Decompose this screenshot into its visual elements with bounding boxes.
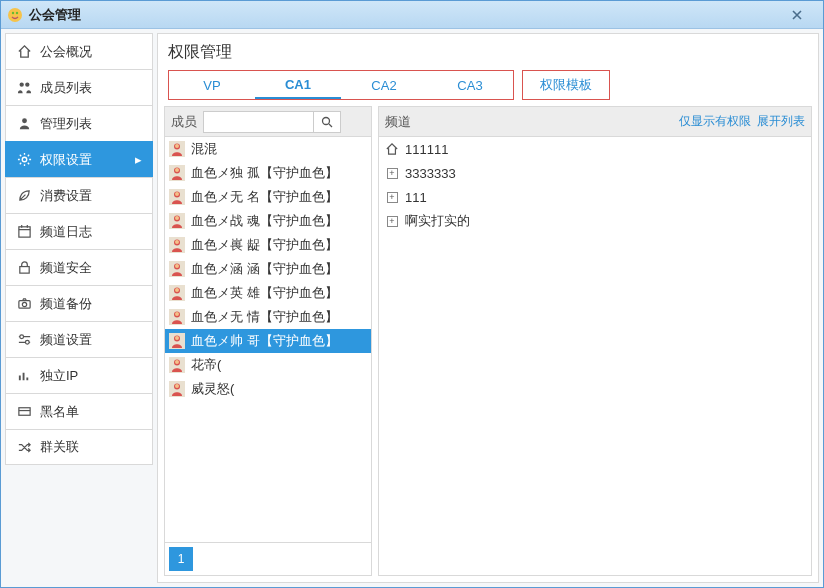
member-row[interactable]: 混混 [165, 137, 371, 161]
expand-icon[interactable]: + [385, 214, 399, 228]
member-name: 混混 [191, 140, 217, 158]
svg-point-17 [175, 144, 179, 148]
member-name: 血色メ战 魂【守护血色】 [191, 212, 338, 230]
expand-list-link[interactable]: 展开列表 [757, 113, 805, 130]
svg-point-1 [12, 11, 14, 13]
sidebar-item-label: 黑名单 [40, 403, 79, 421]
avatar-icon [169, 261, 185, 277]
channel-list: 111111+3333333+111+啊实打实的 [379, 137, 811, 575]
member-row[interactable]: 血色メ涵 涵【守护血色】 [165, 257, 371, 281]
svg-point-44 [175, 360, 179, 364]
svg-point-26 [175, 216, 179, 220]
shuffle-icon [16, 439, 32, 455]
avatar-icon [169, 285, 185, 301]
avatar-icon [169, 213, 185, 229]
svg-rect-7 [18, 227, 29, 237]
member-row[interactable]: 血色メ帅 哥【守护血色】 [165, 329, 371, 353]
svg-point-38 [175, 312, 179, 316]
member-name: 血色メ无 名【守护血色】 [191, 188, 338, 206]
tab-ca2[interactable]: CA2 [341, 71, 427, 99]
window-title: 公会管理 [29, 6, 81, 24]
app-body: 公会概况成员列表管理列表权限设置▸消费设置频道日志频道安全频道备份频道设置独立I… [1, 29, 823, 587]
title-bar: 公会管理 [1, 1, 823, 29]
channel-row[interactable]: +啊实打实的 [379, 209, 811, 233]
member-name: 血色メ嵔 龊【守护血色】 [191, 236, 338, 254]
sidebar-item-2[interactable]: 管理列表 [5, 105, 153, 141]
sidebar-item-1[interactable]: 成员列表 [5, 69, 153, 105]
channels-panel-header: 频道 仅显示有权限 展开列表 [379, 107, 811, 137]
avatar-icon [169, 189, 185, 205]
svg-point-47 [175, 384, 179, 388]
avatar-icon [169, 165, 185, 181]
sidebar-item-label: 频道备份 [40, 295, 92, 313]
sidebar-item-0[interactable]: 公会概况 [5, 33, 153, 69]
tab-vp[interactable]: VP [169, 71, 255, 99]
sidebar-item-label: 频道设置 [40, 331, 92, 349]
sidebar-item-4[interactable]: 消费设置 [5, 177, 153, 213]
tab-permission-template[interactable]: 权限模板 [523, 71, 609, 99]
member-name: 血色メ独 孤【守护血色】 [191, 164, 338, 182]
home-icon [385, 142, 399, 156]
member-row[interactable]: 血色メ独 孤【守护血色】 [165, 161, 371, 185]
member-row[interactable]: 血色メ无 名【守护血色】 [165, 185, 371, 209]
channel-name: 111 [405, 190, 427, 205]
page-button-1[interactable]: 1 [169, 547, 193, 571]
sidebar-item-11[interactable]: 群关联 [5, 429, 153, 465]
sidebar: 公会概况成员列表管理列表权限设置▸消费设置频道日志频道安全频道备份频道设置独立I… [5, 33, 153, 583]
member-search [203, 111, 341, 133]
member-row[interactable]: 血色メ无 情【守护血色】 [165, 305, 371, 329]
svg-point-20 [175, 168, 179, 172]
channel-name: 111111 [405, 142, 448, 157]
expand-icon[interactable]: + [385, 166, 399, 180]
tab-row: VPCA1CA2CA3 权限模板 [158, 70, 818, 106]
tab-ca3[interactable]: CA3 [427, 71, 513, 99]
app-icon [7, 7, 23, 23]
sidebar-item-6[interactable]: 频道安全 [5, 249, 153, 285]
member-search-button[interactable] [313, 111, 341, 133]
sidebar-item-10[interactable]: 黑名单 [5, 393, 153, 429]
sidebar-item-label: 管理列表 [40, 115, 92, 133]
filter-permissions-link[interactable]: 仅显示有权限 [679, 113, 751, 130]
member-row[interactable]: 血色メ嵔 龊【守护血色】 [165, 233, 371, 257]
svg-point-32 [175, 264, 179, 268]
channel-row[interactable]: +3333333 [379, 161, 811, 185]
close-button[interactable] [777, 4, 817, 26]
channel-row[interactable]: 111111 [379, 137, 811, 161]
member-search-input[interactable] [203, 111, 313, 133]
page-title: 权限管理 [158, 34, 818, 70]
channel-name: 啊实打实的 [405, 212, 470, 230]
channel-row[interactable]: +111 [379, 185, 811, 209]
sidebar-item-8[interactable]: 频道设置 [5, 321, 153, 357]
members-panel: 成员 混混血色メ独 孤【守护血色】血色メ无 名【守护血色】血色メ战 魂【守护血色… [164, 106, 372, 576]
panels: 成员 混混血色メ独 孤【守护血色】血色メ无 名【守护血色】血色メ战 魂【守护血色… [158, 106, 818, 582]
member-row[interactable]: 花帝( [165, 353, 371, 377]
sidebar-item-9[interactable]: 独立IP [5, 357, 153, 393]
member-pagination: 1 [165, 542, 371, 575]
channels-panel: 频道 仅显示有权限 展开列表 111111+3333333+111+啊实打实的 [378, 106, 812, 576]
sidebar-item-7[interactable]: 频道备份 [5, 285, 153, 321]
member-name: 血色メ涵 涵【守护血色】 [191, 260, 338, 278]
home-icon [16, 44, 32, 60]
member-row[interactable]: 血色メ战 魂【守护血色】 [165, 209, 371, 233]
expand-icon[interactable]: + [385, 190, 399, 204]
svg-point-4 [25, 83, 29, 87]
member-row[interactable]: 血色メ英 雄【守护血色】 [165, 281, 371, 305]
svg-point-11 [19, 335, 23, 339]
card-icon [16, 404, 32, 420]
tab-group-template: 权限模板 [522, 70, 610, 100]
chart-icon [16, 368, 32, 384]
sidebar-item-5[interactable]: 频道日志 [5, 213, 153, 249]
calendar-icon [16, 224, 32, 240]
svg-rect-8 [19, 267, 28, 274]
members-panel-header: 成员 [165, 107, 371, 137]
channel-header-links: 仅显示有权限 展开列表 [679, 113, 805, 130]
sidebar-item-3[interactable]: 权限设置▸ [5, 141, 153, 177]
svg-point-10 [22, 302, 26, 306]
member-row[interactable]: 威灵怒( [165, 377, 371, 401]
avatar-icon [169, 141, 185, 157]
member-name: 血色メ无 情【守护血色】 [191, 308, 338, 326]
avatar-icon [169, 333, 185, 349]
tab-ca1[interactable]: CA1 [255, 71, 341, 99]
svg-rect-13 [18, 408, 29, 416]
main-panel: 权限管理 VPCA1CA2CA3 权限模板 成员 [157, 33, 819, 583]
